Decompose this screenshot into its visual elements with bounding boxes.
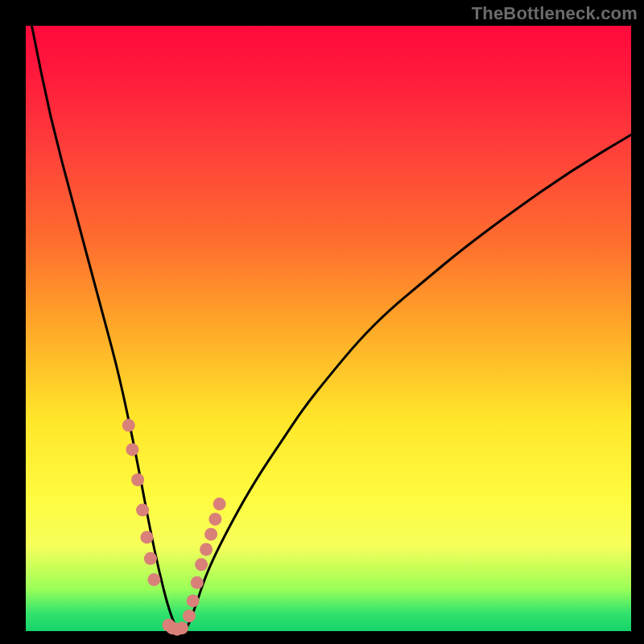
highlight-dot	[126, 443, 138, 456]
chart-plot-area	[26, 26, 631, 631]
chart-svg	[26, 26, 631, 631]
highlight-dot	[144, 552, 157, 565]
highlight-dot	[136, 504, 149, 517]
highlight-dots	[122, 419, 226, 635]
watermark-text: TheBottleneck.com	[472, 3, 638, 24]
bottleneck-curve	[32, 26, 632, 631]
highlight-dot	[191, 576, 204, 589]
highlight-dot	[195, 558, 208, 571]
highlight-dot	[213, 497, 226, 510]
highlight-dot	[204, 528, 217, 541]
highlight-dot	[175, 621, 188, 634]
highlight-dot	[200, 543, 213, 556]
highlight-dot	[122, 419, 135, 431]
highlight-dot	[140, 530, 153, 543]
highlight-dot	[131, 473, 144, 486]
highlight-dot	[208, 513, 221, 526]
highlight-dot	[187, 594, 200, 607]
highlight-dot	[183, 609, 196, 622]
curve-layer	[32, 26, 632, 631]
highlight-dot	[147, 573, 160, 586]
chart-frame: TheBottleneck.com	[0, 0, 644, 644]
